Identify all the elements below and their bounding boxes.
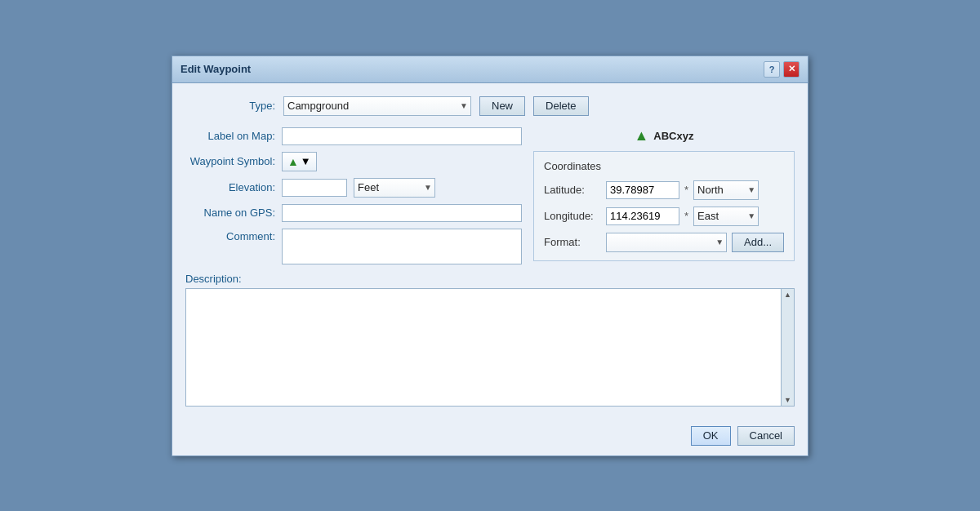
longitude-input[interactable]: [606, 207, 679, 225]
longitude-row: Longitude: * East West ▼: [544, 207, 784, 226]
format-row: Format: Decimal Degrees DMS DDM ▼ Add...: [544, 233, 784, 252]
name-on-gps-input[interactable]: [282, 204, 522, 222]
elevation-unit-select[interactable]: Feet Meters: [354, 178, 435, 198]
description-wrapper: ▲ ▼: [185, 288, 795, 407]
type-select-wrapper: Campground City Lodging Parking Restaura…: [283, 96, 471, 116]
comment-row: Comment:: [185, 229, 522, 264]
title-bar-controls: ? ✕: [764, 61, 800, 78]
help-button[interactable]: ?: [764, 61, 780, 78]
preview-text: ABCxyz: [653, 130, 693, 142]
description-textarea[interactable]: [186, 289, 794, 403]
fields-left: Label on Map: Waypoint Symbol: ▲ ▼ Eleva…: [185, 127, 522, 264]
footer-row: OK Cancel: [172, 420, 808, 455]
type-section: Type: Campground City Lodging Parking Re…: [185, 96, 795, 116]
latitude-label: Latitude:: [544, 184, 601, 196]
feet-wrapper: Feet Meters ▼: [354, 178, 435, 198]
main-body: Label on Map: Waypoint Symbol: ▲ ▼ Eleva…: [185, 127, 795, 264]
title-bar-left: Edit Waypoint: [180, 63, 251, 75]
edit-waypoint-dialog: Edit Waypoint ? ✕ Type: Campground City …: [172, 56, 808, 456]
type-label: Type:: [185, 100, 275, 112]
dialog-content: Type: Campground City Lodging Parking Re…: [172, 83, 808, 420]
label-on-map-input[interactable]: [282, 127, 522, 145]
fields-right: ▲ ABCxyz Coordinates Latitude: * North: [533, 127, 795, 264]
delete-button[interactable]: Delete: [533, 96, 589, 116]
label-on-map-label: Label on Map:: [185, 130, 275, 142]
elevation-input[interactable]: [282, 179, 347, 197]
longitude-direction-select[interactable]: East West: [693, 207, 759, 226]
description-label: Description:: [185, 273, 795, 285]
latitude-dir-wrapper: North South ▼: [693, 180, 759, 200]
elevation-section: Feet Meters ▼: [282, 178, 435, 198]
cancel-button[interactable]: Cancel: [737, 426, 795, 446]
description-section: Description: ▲ ▼: [185, 273, 795, 407]
new-button[interactable]: New: [479, 96, 525, 116]
preview-area: ▲ ABCxyz: [533, 127, 795, 144]
name-on-gps-row: Name on GPS:: [185, 204, 522, 222]
close-button[interactable]: ✕: [783, 61, 800, 78]
symbol-dropdown-arrow: ▼: [301, 155, 311, 167]
latitude-row: Latitude: * North South ▼: [544, 180, 784, 200]
waypoint-symbol-label: Waypoint Symbol:: [185, 155, 275, 167]
elevation-row: Elevation: Feet Meters ▼: [185, 178, 522, 198]
longitude-label: Longitude:: [544, 210, 601, 222]
waypoint-symbol-button[interactable]: ▲ ▼: [282, 152, 317, 171]
scroll-up-arrow[interactable]: ▲: [782, 289, 793, 300]
name-on-gps-label: Name on GPS:: [185, 207, 275, 219]
description-scrollbar[interactable]: ▲ ▼: [781, 289, 794, 406]
elevation-label: Elevation:: [185, 181, 275, 193]
latitude-asterisk: *: [684, 184, 688, 196]
coordinates-title: Coordinates: [544, 160, 784, 172]
coordinates-box: Coordinates Latitude: * North South ▼: [533, 151, 795, 261]
scroll-down-arrow[interactable]: ▼: [782, 394, 793, 406]
format-select[interactable]: Decimal Degrees DMS DDM: [606, 233, 727, 252]
comment-input[interactable]: [282, 229, 522, 264]
format-wrapper: Decimal Degrees DMS DDM ▼: [606, 233, 727, 252]
title-bar: Edit Waypoint ? ✕: [172, 56, 808, 83]
longitude-dir-wrapper: East West ▼: [693, 207, 759, 226]
format-label: Format:: [544, 236, 601, 248]
label-on-map-row: Label on Map:: [185, 127, 522, 145]
latitude-direction-select[interactable]: North South: [693, 180, 759, 200]
type-select[interactable]: Campground City Lodging Parking Restaura…: [283, 96, 471, 116]
longitude-asterisk: *: [684, 210, 688, 222]
waypoint-symbol-row: Waypoint Symbol: ▲ ▼: [185, 152, 522, 171]
ok-button[interactable]: OK: [691, 426, 731, 446]
preview-triangle-icon: ▲: [635, 127, 649, 144]
latitude-input[interactable]: [606, 181, 679, 199]
dialog-title: Edit Waypoint: [180, 63, 251, 75]
add-button[interactable]: Add...: [732, 233, 784, 252]
comment-label: Comment:: [185, 230, 275, 242]
campground-triangle-icon: ▲: [287, 155, 299, 168]
